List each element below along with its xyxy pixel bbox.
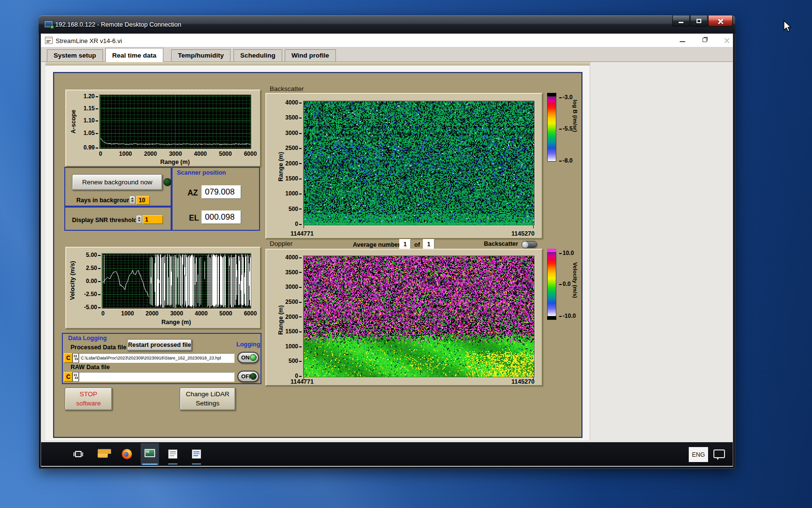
active-app-cell[interactable]: [141, 443, 159, 465]
app-close-button[interactable]: [720, 36, 733, 45]
app-titlebar[interactable]: StreamLine XR v14-6.vi: [41, 34, 733, 47]
snr-threshold-value[interactable]: 1: [143, 215, 163, 224]
y-tick-label: 3500: [285, 269, 302, 276]
browse-folder-icon[interactable]: [72, 353, 79, 363]
minimize-icon: [680, 41, 685, 42]
rdp-session-area: StreamLine XR v14-6.vi System setupReal …: [41, 34, 733, 466]
colorbar-cap: [547, 93, 556, 96]
ascope-plot: [100, 95, 251, 149]
az-value: 079.008: [202, 185, 241, 199]
doppler-x-end-label: 1145270: [437, 378, 535, 385]
spinner-up-icon: [131, 197, 134, 199]
tab-real-time-data[interactable]: Real time data: [105, 48, 163, 62]
average-count-value[interactable]: 1: [399, 239, 411, 249]
folder-tab: [98, 449, 111, 454]
y-tick-label: 1.05: [84, 130, 98, 136]
change-lidar-settings-button[interactable]: Change LiDAR Settings: [180, 388, 235, 410]
window-text-line: [170, 453, 176, 454]
change-button-line2: Settings: [196, 399, 219, 408]
velocity-y-axis-label: Velocity (m/s): [69, 254, 76, 307]
average-number-label: Average number: [353, 241, 400, 248]
processed-data-file-path[interactable]: C:\Lidar\Data\Proc\2023\202309\20230918\…: [79, 353, 234, 363]
processed-drive-selector[interactable]: C: [64, 353, 72, 363]
doppler-y-ticks: 40003500300025002000150010005000: [280, 256, 302, 377]
y-tick-label: 3000: [285, 130, 302, 136]
raw-drive-selector[interactable]: C: [64, 372, 72, 382]
x-tick-label: 3000: [169, 150, 182, 157]
screen-glare: [146, 450, 149, 453]
window-text-line: [193, 451, 200, 452]
minimize-button[interactable]: [672, 15, 690, 27]
x-tick-label: 6000: [244, 150, 257, 157]
average-total-value[interactable]: 1: [423, 239, 435, 249]
window-text-line: [193, 455, 198, 456]
y-tick-label: 500: [289, 358, 302, 364]
y-tick-label: 2500: [285, 299, 302, 305]
tab-system-setup[interactable]: System setup: [47, 49, 103, 61]
x-tick-label: 6000: [244, 310, 257, 317]
open-app-underline: [168, 463, 177, 464]
window-text-line: [193, 453, 200, 454]
rays-in-background-label: Rays in background: [76, 197, 134, 204]
browse-folder-icon[interactable]: [72, 372, 79, 382]
snr-spinner[interactable]: [136, 215, 142, 224]
app-minimize-button[interactable]: [675, 36, 690, 45]
colorbar-tick-label: 10.0: [559, 250, 574, 256]
taskbar: ENG: [41, 442, 733, 466]
rdp-connection-icon: [44, 20, 53, 28]
backscatter-doppler-toggle[interactable]: [522, 241, 537, 248]
task-view-glyph: [73, 452, 74, 456]
labview-vi-icon: [45, 37, 53, 44]
y-tick-label: 2.50: [86, 265, 101, 271]
backscatter-heatmap: [304, 101, 535, 225]
y-tick-label: 1000: [285, 343, 302, 350]
raw-data-file-path[interactable]: [79, 372, 234, 382]
scanner-position-box: Scanner position AZ 079.008 EL 000.098: [172, 167, 260, 231]
app-window-title: StreamLine XR v14-6.vi: [56, 37, 122, 45]
app-restore-button[interactable]: [697, 36, 712, 45]
window-text-line: [170, 451, 176, 452]
x-tick-label: 3000: [170, 310, 183, 317]
chat-bubble-icon[interactable]: [713, 449, 725, 458]
scan-scheduler-icon[interactable]: [168, 449, 177, 459]
language-indicator[interactable]: ENG: [689, 447, 708, 462]
y-tick-label: 1500: [285, 175, 302, 182]
spinner-up-icon: [138, 217, 141, 219]
spreadsheet-app-icon[interactable]: [192, 449, 201, 459]
doppler-graph-panel: Range (m) 400035003000250020001500100050…: [265, 249, 543, 386]
y-tick-label: 1000: [285, 190, 302, 197]
x-tick-label: 5000: [219, 150, 232, 157]
x-tick-label: 2000: [145, 310, 159, 317]
ascope-x-axis-label: Range (m): [100, 159, 250, 165]
task-view-glyph: [82, 452, 83, 456]
close-button[interactable]: [708, 15, 733, 27]
axis-corner-tick: [304, 377, 304, 380]
renew-background-button[interactable]: Renew background now: [72, 174, 162, 190]
maximize-button[interactable]: [690, 15, 708, 27]
tab-temp-humidity[interactable]: Temp/humidity: [171, 49, 231, 61]
raw-logging-toggle[interactable]: OFF: [237, 371, 259, 382]
rays-spinner[interactable]: [129, 195, 135, 204]
tab-scheduling[interactable]: Scheduling: [233, 49, 282, 61]
y-tick-label: 500: [289, 206, 302, 212]
x-tick-label: 0: [99, 150, 102, 157]
restart-processed-file-button[interactable]: Restart processed file: [127, 339, 192, 351]
firefox-icon[interactable]: [122, 449, 132, 459]
scanner-position-title: Scanner position: [177, 169, 226, 176]
file-explorer-icon[interactable]: [98, 450, 108, 458]
toggle-knob: [522, 241, 529, 248]
maximize-icon: [696, 19, 701, 23]
rdp-titlebar[interactable]: 192.168.0.122 - Remote Desktop Connectio…: [39, 15, 735, 34]
processed-logging-toggle[interactable]: ON: [237, 352, 259, 363]
task-view-glyph: [75, 451, 82, 457]
tab-wind-profile[interactable]: Wind profile: [285, 49, 336, 61]
task-view-icon[interactable]: [73, 449, 83, 459]
stop-software-button[interactable]: STOP software: [65, 388, 112, 410]
minimize-icon: [679, 22, 683, 23]
remote-desktop-app-icon: [145, 449, 155, 457]
colorbar-tick-label: 0.0: [559, 281, 571, 287]
spinner-down-icon: [131, 200, 134, 202]
y-tick-label: 3500: [285, 114, 302, 121]
rays-in-background-value[interactable]: 10: [136, 196, 150, 205]
x-tick-label: 1000: [121, 310, 134, 317]
